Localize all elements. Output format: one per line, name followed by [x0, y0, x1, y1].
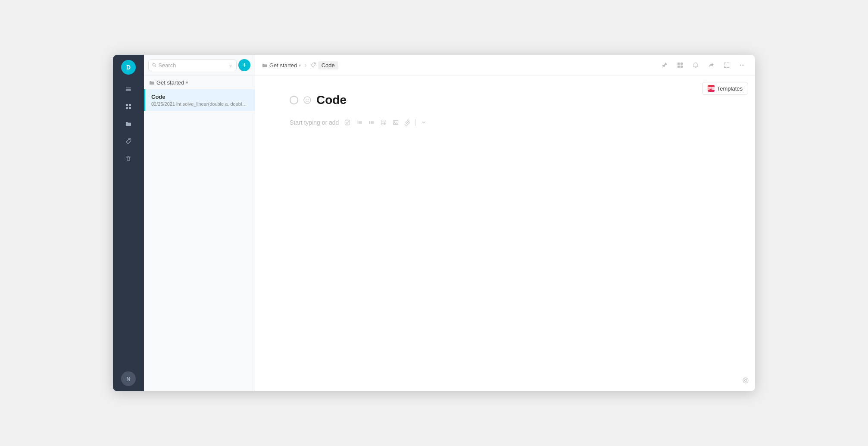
svg-rect-5: [126, 107, 128, 109]
editor-toolbar-chevron[interactable]: [418, 117, 429, 128]
image-tool[interactable]: [390, 117, 401, 128]
breadcrumb-folder-label: Get started: [269, 62, 297, 69]
svg-rect-0: [126, 88, 131, 88]
breadcrumb-separator: ›: [304, 61, 306, 69]
svg-line-12: [155, 66, 156, 67]
editor-toolbar-divider: [415, 119, 416, 126]
search-icon: [152, 63, 156, 68]
svg-rect-18: [681, 63, 683, 65]
svg-point-23: [743, 65, 744, 66]
breadcrumb-current: Code: [318, 61, 338, 69]
svg-point-7: [129, 139, 130, 140]
layout-button[interactable]: [674, 59, 686, 71]
settings-icon[interactable]: [742, 377, 749, 385]
svg-rect-2: [126, 91, 131, 91]
menu-icon[interactable]: [121, 82, 136, 97]
toolbar-right: [659, 59, 748, 71]
share-button[interactable]: [705, 59, 717, 71]
svg-point-36: [369, 121, 370, 122]
templates-icon: [708, 85, 715, 92]
user-avatar[interactable]: D: [121, 60, 136, 75]
breadcrumb-tag[interactable]: [310, 62, 315, 69]
templates-button[interactable]: Templates: [702, 82, 748, 95]
tag-nav-icon[interactable]: [121, 133, 136, 149]
bell-button[interactable]: [690, 59, 702, 71]
expand-button[interactable]: [721, 59, 733, 71]
note-status-icon[interactable]: [290, 96, 298, 104]
note-preview: 02/25/2021 int solve_linear(double a, do…: [151, 101, 249, 107]
attachment-tool[interactable]: [403, 117, 413, 128]
filter-icon[interactable]: [228, 63, 233, 68]
search-input[interactable]: [158, 62, 227, 69]
note-title-row: Code: [290, 93, 721, 107]
main-toolbar: Get started ▾ › Code: [255, 55, 755, 76]
svg-rect-19: [678, 66, 680, 68]
grid-icon[interactable]: [121, 99, 136, 114]
svg-rect-8: [127, 157, 130, 160]
editor-placeholder: Start typing or add: [290, 119, 339, 126]
breadcrumb-dropdown-icon[interactable]: ▾: [299, 63, 301, 68]
svg-rect-20: [681, 66, 683, 68]
left-sidebar: D: [113, 55, 144, 391]
folder-chevron[interactable]: ▾: [186, 80, 188, 85]
svg-rect-24: [708, 87, 712, 89]
svg-point-28: [308, 99, 309, 100]
svg-point-49: [743, 378, 748, 383]
svg-point-21: [740, 65, 741, 66]
bottom-user-avatar[interactable]: N: [121, 371, 136, 386]
main-content: Get started ▾ › Code: [255, 55, 755, 391]
svg-rect-3: [126, 104, 128, 106]
svg-text:3: 3: [357, 122, 359, 125]
templates-label: Templates: [717, 85, 743, 92]
folder-header-icon: [149, 80, 155, 85]
table-tool[interactable]: [378, 117, 389, 128]
svg-rect-42: [381, 120, 386, 125]
svg-point-38: [369, 123, 370, 124]
svg-point-16: [314, 63, 315, 64]
tag-icon: [310, 62, 315, 67]
svg-point-26: [304, 97, 311, 104]
editor-area[interactable]: Templates Code Start typing or add: [255, 76, 755, 391]
breadcrumb-folder[interactable]: Get started ▾: [262, 62, 301, 69]
note-emoji-icon[interactable]: [303, 95, 312, 105]
unordered-list-tool[interactable]: [366, 117, 377, 128]
trash-nav-icon[interactable]: [121, 151, 136, 166]
search-input-wrap[interactable]: [148, 60, 237, 71]
more-button[interactable]: [736, 59, 748, 71]
note-title: Code: [151, 94, 249, 100]
pin-button[interactable]: [659, 59, 671, 71]
folder-nav-icon[interactable]: [121, 116, 136, 132]
svg-point-50: [745, 380, 747, 382]
svg-point-22: [742, 65, 743, 66]
checkbox-tool[interactable]: [342, 117, 353, 128]
svg-point-37: [369, 122, 370, 123]
editor-placeholder-row[interactable]: Start typing or add 1: [290, 117, 721, 128]
note-item[interactable]: Code 02/25/2021 int solve_linear(double …: [144, 89, 255, 111]
svg-rect-4: [129, 104, 131, 106]
ordered-list-tool[interactable]: 1 2 3: [354, 117, 365, 128]
svg-rect-1: [126, 89, 131, 90]
svg-rect-6: [129, 107, 131, 109]
folder-name: Get started: [156, 79, 184, 86]
add-note-button[interactable]: +: [238, 59, 250, 71]
note-editor-title: Code: [316, 93, 347, 107]
editor-toolbar: 1 2 3: [342, 117, 429, 128]
notes-panel: + Get started ▾ Code 02/25/2021 int solv…: [144, 55, 255, 391]
svg-rect-17: [678, 63, 680, 65]
svg-rect-25: [708, 89, 710, 90]
breadcrumb-folder-icon: [262, 63, 268, 68]
svg-point-27: [306, 99, 307, 100]
folder-header[interactable]: Get started ▾: [144, 76, 255, 89]
search-bar: +: [144, 55, 255, 76]
svg-point-48: [394, 121, 395, 122]
